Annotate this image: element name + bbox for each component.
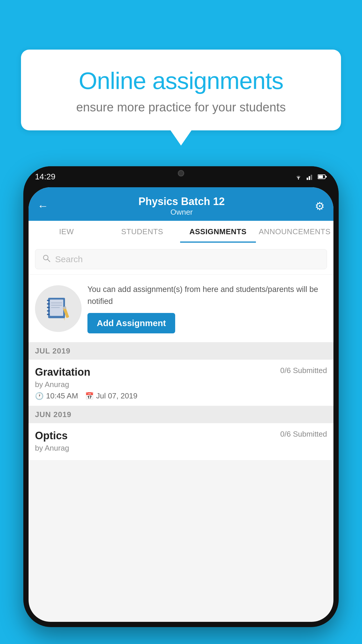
month-header-jun: JUN 2019 bbox=[29, 406, 333, 423]
assignment-gravitation[interactable]: Gravitation 0/6 Submitted by Anurag 🕐 10… bbox=[29, 360, 333, 406]
assignment-name-optics: Optics bbox=[35, 430, 68, 442]
assignment-meta-gravitation: 🕐 10:45 AM 📅 Jul 07, 2019 bbox=[35, 391, 327, 400]
wifi-icon bbox=[294, 174, 303, 180]
tab-announcements[interactable]: ANNOUNCEMENTS bbox=[256, 221, 333, 243]
svg-rect-17 bbox=[51, 305, 62, 306]
clock-icon: 🕐 bbox=[35, 392, 44, 400]
phone-frame: 14:29 bbox=[23, 166, 339, 627]
assignment-time: 🕐 10:45 AM bbox=[35, 391, 78, 400]
assignment-name-gravitation: Gravitation bbox=[35, 366, 90, 378]
svg-rect-16 bbox=[51, 302, 62, 303]
svg-line-8 bbox=[48, 259, 50, 262]
svg-rect-3 bbox=[311, 175, 312, 180]
svg-rect-18 bbox=[51, 307, 60, 308]
svg-rect-5 bbox=[318, 175, 323, 178]
assignment-row1-optics: Optics 0/6 Submitted bbox=[35, 430, 327, 442]
tab-assignments[interactable]: ASSIGNMENTS bbox=[180, 221, 256, 243]
svg-rect-1 bbox=[307, 178, 308, 180]
search-placeholder: Search bbox=[55, 254, 83, 264]
promo-icon-circle bbox=[35, 285, 82, 332]
phone-screen: ← Physics Batch 12 Owner ⚙ IEW STUDENTS … bbox=[29, 187, 333, 622]
header-title-area: Physics Batch 12 Owner bbox=[138, 195, 225, 217]
settings-button[interactable]: ⚙ bbox=[315, 200, 325, 213]
front-camera bbox=[178, 170, 184, 176]
svg-rect-2 bbox=[309, 176, 310, 180]
svg-rect-12 bbox=[47, 307, 50, 308]
assignment-by-gravitation: by Anurag bbox=[35, 380, 327, 389]
header-subtitle: Owner bbox=[138, 208, 225, 217]
phone-container: 14:29 bbox=[23, 166, 339, 627]
app-header: ← Physics Batch 12 Owner ⚙ bbox=[29, 187, 333, 221]
svg-point-0 bbox=[298, 179, 299, 180]
calendar-icon: 📅 bbox=[85, 392, 94, 400]
add-assignment-button[interactable]: Add Assignment bbox=[87, 313, 175, 333]
svg-rect-6 bbox=[326, 176, 327, 178]
svg-rect-11 bbox=[47, 303, 50, 304]
assignment-submitted-optics: 0/6 Submitted bbox=[280, 430, 327, 439]
speech-bubble-container: Online assignments ensure more practice … bbox=[21, 50, 341, 130]
speech-bubble: Online assignments ensure more practice … bbox=[21, 50, 341, 130]
month-header-jul: JUL 2019 bbox=[29, 342, 333, 360]
back-button[interactable]: ← bbox=[37, 200, 48, 212]
header-title: Physics Batch 12 bbox=[138, 195, 225, 208]
status-time: 14:29 bbox=[35, 172, 55, 181]
tab-iew[interactable]: IEW bbox=[29, 221, 104, 243]
search-bar[interactable]: Search bbox=[35, 249, 327, 269]
assignment-optics[interactable]: Optics 0/6 Submitted by Anurag bbox=[29, 423, 333, 461]
promo-right: You can add assignment(s) from here and … bbox=[87, 284, 327, 333]
header-top: ← Physics Batch 12 Owner ⚙ bbox=[37, 192, 325, 221]
promo-section: You can add assignment(s) from here and … bbox=[29, 275, 333, 342]
svg-rect-14 bbox=[47, 314, 50, 315]
assignment-date: 📅 Jul 07, 2019 bbox=[85, 391, 138, 400]
signal-icon bbox=[307, 174, 314, 180]
tab-students[interactable]: STUDENTS bbox=[104, 221, 180, 243]
assignment-by-optics: by Anurag bbox=[35, 444, 327, 453]
search-icon bbox=[42, 254, 50, 264]
assignment-row1: Gravitation 0/6 Submitted bbox=[35, 366, 327, 378]
promo-text: You can add assignment(s) from here and … bbox=[87, 284, 327, 307]
speech-bubble-subtitle: ensure more practice for your students bbox=[41, 100, 321, 114]
speech-bubble-title: Online assignments bbox=[41, 67, 321, 94]
assignment-date-value: Jul 07, 2019 bbox=[96, 391, 138, 400]
notch bbox=[158, 166, 204, 180]
svg-marker-20 bbox=[64, 318, 65, 321]
svg-rect-10 bbox=[47, 300, 50, 301]
status-icons bbox=[294, 174, 327, 180]
assignment-time-value: 10:45 AM bbox=[46, 391, 78, 400]
svg-rect-13 bbox=[47, 310, 50, 312]
tabs-bar: IEW STUDENTS ASSIGNMENTS ANNOUNCEMENTS bbox=[29, 221, 333, 243]
battery-icon bbox=[318, 174, 327, 179]
assignment-submitted-gravitation: 0/6 Submitted bbox=[280, 366, 327, 375]
search-container: Search bbox=[29, 243, 333, 275]
notebook-icon bbox=[45, 295, 71, 322]
